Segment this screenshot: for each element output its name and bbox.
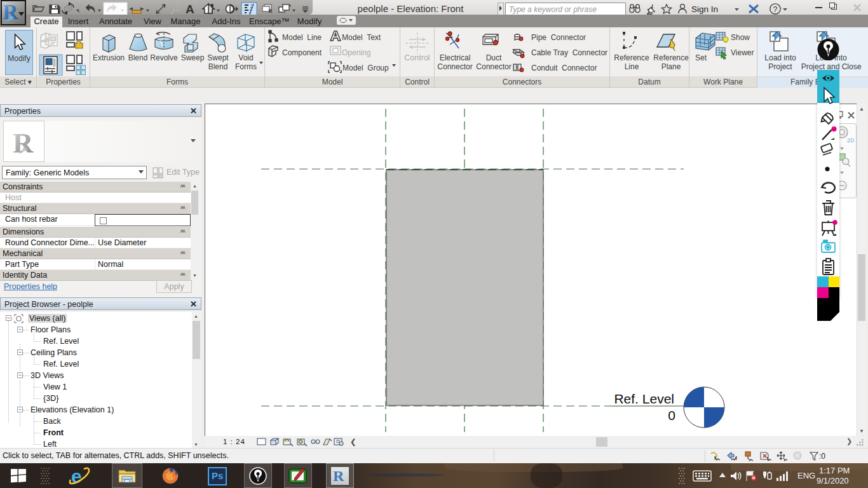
svg-text:A: A (186, 3, 194, 16)
svg-text:Sign In: Sign In (691, 4, 718, 14)
svg-text:R: R (13, 127, 34, 159)
svg-text::0: :0 (819, 452, 825, 461)
svg-text:R: R (333, 468, 344, 484)
svg-text:2D: 2D (847, 137, 855, 144)
svg-text:R: R (3, 1, 18, 24)
svg-text:0: 0 (668, 408, 675, 423)
svg-text:1: 1 (176, 6, 179, 11)
svg-text:Ref. Level: Ref. Level (614, 391, 674, 406)
svg-text:?: ? (773, 5, 778, 14)
